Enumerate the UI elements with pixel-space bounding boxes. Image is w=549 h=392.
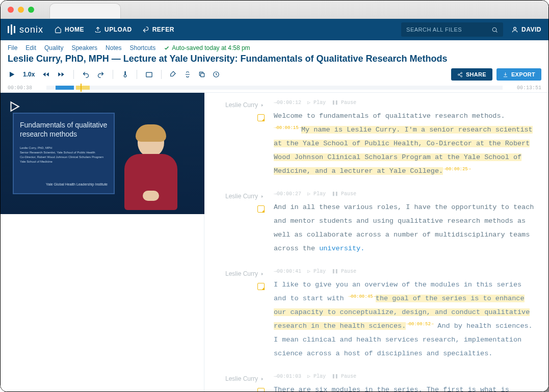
fast-forward-button[interactable] — [57, 71, 65, 78]
segment-pause-button[interactable]: ❚❚ Pause — [332, 98, 356, 108]
video-player[interactable]: Fundamentals of qualitative research met… — [1, 93, 204, 214]
forward-icon — [57, 71, 65, 78]
segment-play-button[interactable]: ▷ Play — [307, 267, 326, 277]
highlighted-text[interactable]: My name is Leslie Curry. I'm a senior re… — [274, 126, 533, 175]
segment-play-button[interactable]: ▷ Play — [307, 189, 326, 199]
note-icon[interactable] — [257, 205, 265, 213]
browser-titlebar — [1, 1, 548, 19]
slide-title: Fundamentals of qualitative research met… — [20, 121, 108, 139]
thermometer-icon — [121, 70, 128, 79]
copy-button[interactable] — [198, 71, 205, 78]
menu-notes[interactable]: Notes — [106, 44, 121, 51]
play-icon — [8, 70, 16, 79]
transcript-turn: Leslie Curry →00:01:03▷ Play❚❚ PauseTher… — [208, 372, 534, 391]
transcript-turn: Leslie Curry →00:00:27▷ Play❚❚ PauseAnd … — [208, 189, 534, 255]
transcript-text[interactable]: I like to give you an overview of the mo… — [274, 278, 534, 360]
current-time: 00:00:38 — [8, 85, 32, 91]
text-span[interactable]: And in all these various roles, I have t… — [274, 203, 534, 252]
menu-speakers[interactable]: Speakers — [71, 44, 97, 51]
video-play-overlay[interactable] — [8, 100, 21, 113]
search-box[interactable] — [401, 22, 503, 37]
svg-point-5 — [461, 72, 462, 73]
chevron-right-icon — [260, 377, 265, 381]
brand-icon — [8, 24, 15, 35]
text-span[interactable]: There are six modules in the series. The… — [274, 386, 509, 391]
text-span[interactable]: Welcome to fundamentals of qualitative r… — [274, 112, 505, 120]
rectangle-icon — [145, 71, 153, 78]
transcript-panel[interactable]: Leslie Curry →00:00:12▷ Play❚❚ PauseWelc… — [204, 93, 548, 391]
segment-play-button[interactable]: ▷ Play — [307, 372, 326, 382]
total-time: 00:13:51 — [517, 85, 541, 91]
minimize-window-button[interactable] — [18, 7, 24, 13]
undo-button[interactable] — [82, 71, 90, 79]
close-window-button[interactable] — [8, 7, 14, 13]
segment-pause-button[interactable]: ❚❚ Pause — [332, 372, 356, 382]
fullscreen-window-button[interactable] — [28, 7, 34, 13]
inline-timestamp: →00:00:15→ — [274, 125, 301, 130]
autosaved-indicator: Auto-saved today at 4:58 pm — [164, 44, 250, 51]
speaker-label[interactable]: Leslie Curry — [225, 373, 265, 385]
speaker-label[interactable]: Leslie Curry — [225, 190, 265, 202]
brand-name: sonix — [19, 24, 43, 35]
play-button[interactable] — [8, 70, 16, 79]
play-icon — [8, 100, 21, 113]
user-icon — [511, 26, 518, 33]
note-icon[interactable] — [257, 388, 265, 391]
browser-tab[interactable] — [49, 3, 121, 18]
redo-icon — [97, 71, 104, 79]
playhead[interactable] — [81, 84, 82, 92]
segment-start-time: →00:00:12 — [274, 98, 301, 108]
segment-pause-button[interactable]: ❚❚ Pause — [332, 189, 356, 199]
nav-upload[interactable]: UPLOAD — [94, 26, 132, 33]
keyword-text[interactable]: university. — [319, 245, 364, 252]
segment-play-button[interactable]: ▷ Play — [307, 98, 326, 108]
time-ruler[interactable]: 00:00:38 00:13:51 — [1, 84, 548, 93]
inline-timestamp: →00:00:52→ — [406, 322, 433, 327]
transcript-turn: Leslie Curry →00:00:12▷ Play❚❚ PauseWelc… — [208, 98, 534, 178]
note-icon[interactable] — [257, 114, 265, 121]
menu-shortcuts[interactable]: Shortcuts — [129, 44, 155, 51]
speaker-label[interactable]: Leslie Curry — [225, 268, 265, 280]
export-button[interactable]: EXPORT — [496, 68, 541, 81]
segment-start-time: →00:01:03 — [274, 372, 301, 382]
transcript-text[interactable]: Welcome to fundamentals of qualitative r… — [274, 109, 534, 178]
copy-icon — [198, 71, 205, 78]
document-area: File Edit Quality Speakers Notes Shortcu… — [1, 40, 548, 391]
note-icon[interactable] — [257, 283, 265, 290]
highlight-button[interactable] — [170, 71, 177, 78]
thermometer-button[interactable] — [121, 70, 128, 79]
nav-home[interactable]: HOME — [55, 26, 84, 33]
search-icon[interactable] — [491, 27, 498, 33]
segment-start-time: →00:00:41 — [274, 267, 301, 277]
svg-point-6 — [458, 74, 459, 75]
transcript-text[interactable]: And in all these various roles, I have t… — [274, 200, 534, 255]
menu-quality[interactable]: Quality — [44, 44, 63, 51]
search-input[interactable] — [406, 27, 491, 33]
nav-refer[interactable]: REFER — [142, 26, 174, 33]
upload-icon — [94, 26, 101, 33]
rewind-button[interactable] — [42, 71, 50, 78]
share-icon — [457, 72, 463, 77]
svg-point-1 — [514, 27, 516, 30]
rectangle-button[interactable] — [145, 71, 153, 78]
strikethrough-button[interactable] — [184, 71, 191, 78]
timestamp-button[interactable] — [213, 71, 220, 78]
brand-logo[interactable]: sonix — [8, 24, 43, 35]
user-menu[interactable]: DAVID — [511, 26, 541, 33]
document-title: Leslie Curry, PhD, MPH — Lecture at Yale… — [1, 54, 548, 67]
playback-speed[interactable]: 1.0x — [23, 71, 35, 78]
menu-edit[interactable]: Edit — [25, 44, 36, 51]
segment-start-time: →00:00:27 — [274, 189, 301, 199]
menu-file[interactable]: File — [8, 44, 17, 51]
redo-button[interactable] — [97, 71, 104, 79]
speaker-label[interactable]: Leslie Curry — [225, 99, 265, 111]
timeline-track[interactable] — [46, 86, 503, 90]
svg-point-7 — [461, 75, 462, 77]
share-button[interactable]: SHARE — [451, 68, 492, 81]
segment-pause-button[interactable]: ❚❚ Pause — [332, 267, 356, 277]
video-panel: Fundamentals of qualitative research met… — [1, 93, 204, 391]
highlighter-icon — [170, 71, 177, 78]
transcript-text[interactable]: There are six modules in the series. The… — [274, 383, 534, 391]
file-menu-bar: File Edit Quality Speakers Notes Shortcu… — [1, 40, 548, 54]
undo-icon — [82, 71, 90, 79]
